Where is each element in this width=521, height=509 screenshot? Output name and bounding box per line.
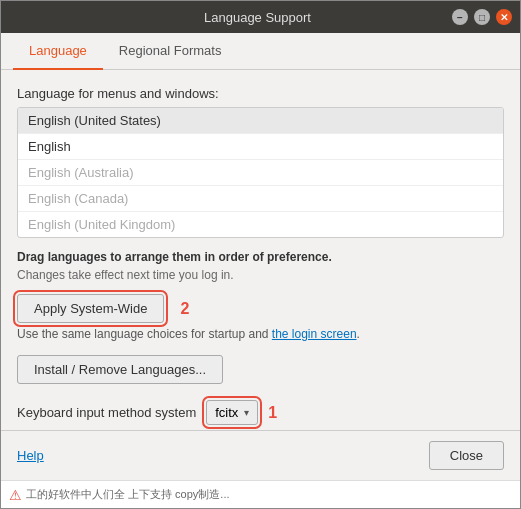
help-button[interactable]: Help — [17, 448, 44, 463]
install-remove-row: Install / Remove Languages... — [17, 355, 504, 400]
bottom-strip-text: 工的好软件中人们全 上下支持 copy制造... — [26, 487, 230, 502]
tab-regional-formats[interactable]: Regional Formats — [103, 33, 238, 70]
tab-language[interactable]: Language — [13, 33, 103, 70]
language-section-label: Language for menus and windows: — [17, 86, 504, 101]
warning-icon: ⚠ — [9, 487, 22, 503]
list-item[interactable]: English (Canada) — [18, 186, 503, 212]
close-window-button[interactable]: ✕ — [496, 9, 512, 25]
dropdown-arrow-icon: ▾ — [244, 407, 249, 418]
minimize-button[interactable]: − — [452, 9, 468, 25]
list-item[interactable]: English (United Kingdom) — [18, 212, 503, 237]
apply-system-wide-button[interactable]: Apply System-Wide — [17, 294, 164, 323]
bottom-strip: ⚠ 工的好软件中人们全 上下支持 copy制造... — [1, 480, 520, 508]
drag-hint: Drag languages to arrange them in order … — [17, 250, 504, 264]
apply-badge: 2 — [180, 300, 189, 318]
titlebar-controls: − □ ✕ — [452, 9, 512, 25]
keyboard-badge: 1 — [268, 404, 277, 422]
window: Language Support − □ ✕ Language Regional… — [0, 0, 521, 509]
maximize-button[interactable]: □ — [474, 9, 490, 25]
install-remove-button[interactable]: Install / Remove Languages... — [17, 355, 223, 384]
keyboard-method-select[interactable]: fcitx ▾ — [206, 400, 258, 425]
list-item[interactable]: English (Australia) — [18, 160, 503, 186]
close-button[interactable]: Close — [429, 441, 504, 470]
main-content: Language for menus and windows: English … — [1, 70, 520, 430]
keyboard-label: Keyboard input method system — [17, 405, 196, 420]
list-item[interactable]: English (United States) — [18, 108, 503, 134]
apply-description: Use the same language choices for startu… — [17, 327, 504, 341]
keyboard-method-value: fcitx — [215, 405, 238, 420]
list-item[interactable]: English — [18, 134, 503, 160]
apply-row: Apply System-Wide 2 — [17, 294, 504, 323]
titlebar: Language Support − □ ✕ — [1, 1, 520, 33]
window-title: Language Support — [63, 10, 452, 25]
drag-sub-hint: Changes take effect next time you log in… — [17, 268, 504, 282]
tab-bar: Language Regional Formats — [1, 33, 520, 70]
login-screen-link[interactable]: the login screen — [272, 327, 357, 341]
footer: Help Close — [1, 430, 520, 480]
keyboard-row: Keyboard input method system fcitx ▾ 1 — [17, 400, 504, 425]
language-list: English (United States) English English … — [17, 107, 504, 238]
